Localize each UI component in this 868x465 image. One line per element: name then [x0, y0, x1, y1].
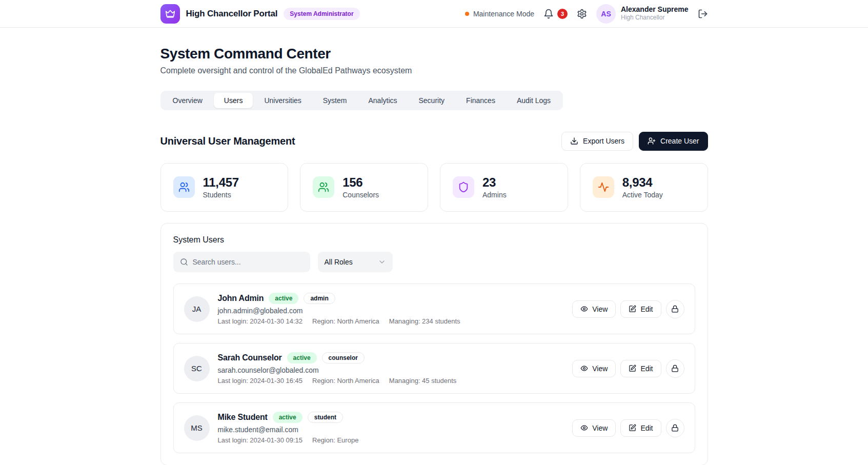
- notification-count-badge: 3: [557, 9, 568, 19]
- role-filter-select[interactable]: All Roles: [318, 252, 393, 272]
- settings-button[interactable]: [577, 9, 587, 19]
- user-list: JA John Admin active admin john.admin@gl…: [173, 284, 695, 453]
- tab-users[interactable]: Users: [214, 93, 253, 108]
- users-icon: [313, 176, 334, 198]
- stat-label: Active Today: [622, 191, 663, 199]
- search-input[interactable]: [193, 258, 304, 266]
- panel-title: System Users: [173, 235, 695, 245]
- eye-icon: [580, 365, 588, 372]
- app-title: High Chancellor Portal: [186, 9, 278, 19]
- user-email: sarah.counselor@globaled.com: [218, 366, 457, 374]
- role-filter-value: All Roles: [325, 258, 353, 266]
- eye-icon: [580, 424, 588, 432]
- shield-icon: [453, 176, 474, 198]
- view-user-button[interactable]: View: [572, 300, 616, 318]
- lock-icon: [671, 305, 679, 313]
- current-user-name: Alexander Supreme: [621, 5, 689, 14]
- lock-user-button[interactable]: [666, 419, 684, 437]
- top-header: High Chancellor Portal System Administra…: [0, 0, 868, 28]
- avatar: JA: [184, 296, 210, 322]
- main-tabbar: Overview Users Universities System Analy…: [160, 91, 563, 110]
- user-search[interactable]: [173, 252, 310, 272]
- view-user-button[interactable]: View: [572, 419, 616, 437]
- page-subtitle: Complete oversight and control of the Gl…: [160, 66, 708, 75]
- edit-user-button[interactable]: Edit: [620, 300, 661, 318]
- edit-label: Edit: [640, 365, 653, 373]
- user-email: mike.student@email.com: [218, 426, 359, 434]
- stat-label: Admins: [482, 191, 507, 199]
- region: Region: North America: [312, 377, 379, 385]
- export-users-button[interactable]: Export Users: [561, 132, 633, 151]
- edit-user-button[interactable]: Edit: [620, 419, 661, 437]
- last-login: Last login: 2024-01-30 16:45: [218, 377, 303, 385]
- logout-icon: [698, 9, 708, 19]
- edit-label: Edit: [640, 305, 653, 313]
- logout-button[interactable]: [698, 9, 708, 19]
- lock-user-button[interactable]: [666, 300, 684, 318]
- search-icon: [180, 258, 188, 266]
- user-name: Sarah Counselor: [218, 353, 282, 362]
- edit-label: Edit: [640, 424, 653, 432]
- role-badge: admin: [304, 293, 335, 304]
- bell-icon: [543, 9, 554, 19]
- status-badge: active: [273, 412, 302, 423]
- maintenance-label: Maintenance Mode: [473, 10, 534, 18]
- current-user-chip[interactable]: AS Alexander Supreme High Chancellor: [596, 4, 689, 24]
- view-user-button[interactable]: View: [572, 360, 616, 377]
- stat-cards: 11,457 Students 156 Counselors 23 Admins: [160, 163, 708, 212]
- current-user-role: High Chancellor: [621, 14, 689, 22]
- stat-value: 23: [482, 176, 507, 189]
- brand: High Chancellor Portal System Administra…: [160, 4, 360, 24]
- stat-card-counselors: 156 Counselors: [300, 163, 428, 212]
- maintenance-mode-indicator: Maintenance Mode: [465, 10, 534, 18]
- edit-icon: [629, 365, 636, 372]
- role-badge: counselor: [322, 352, 365, 363]
- create-user-button[interactable]: Create User: [639, 132, 708, 151]
- role-badge: student: [308, 412, 343, 423]
- managing: Managing: 234 students: [389, 317, 460, 325]
- stat-label: Students: [203, 191, 239, 199]
- avatar: MS: [184, 415, 210, 441]
- tab-overview[interactable]: Overview: [163, 93, 213, 108]
- user-row-sarah-counselor: SC Sarah Counselor active counselor sara…: [173, 343, 695, 394]
- gear-icon: [577, 9, 587, 19]
- user-name: John Admin: [218, 294, 264, 303]
- stat-card-students: 11,457 Students: [160, 163, 289, 212]
- status-badge: active: [269, 293, 298, 304]
- tab-security[interactable]: Security: [409, 93, 455, 108]
- tab-audit-logs[interactable]: Audit Logs: [507, 93, 561, 108]
- region: Region: North America: [312, 317, 379, 325]
- role-badge: System Administrator: [284, 8, 359, 20]
- eye-icon: [580, 305, 588, 313]
- edit-icon: [629, 305, 636, 313]
- avatar: AS: [596, 4, 616, 24]
- region: Region: Europe: [312, 436, 358, 444]
- create-user-label: Create User: [660, 137, 699, 146]
- lock-user-button[interactable]: [666, 359, 684, 378]
- crown-icon: [165, 9, 175, 19]
- avatar: SC: [184, 356, 210, 381]
- tab-analytics[interactable]: Analytics: [358, 93, 407, 108]
- last-login: Last login: 2024-01-30 09:15: [218, 436, 303, 444]
- view-label: View: [592, 365, 608, 373]
- users-icon: [173, 176, 195, 198]
- app-logo: [160, 4, 180, 24]
- tab-finances[interactable]: Finances: [456, 93, 506, 108]
- last-login: Last login: 2024-01-30 14:32: [218, 317, 303, 325]
- stat-label: Counselors: [342, 191, 379, 199]
- notifications-button[interactable]: [543, 9, 554, 19]
- page-title: System Command Center: [160, 46, 708, 62]
- user-plus-icon: [648, 137, 656, 145]
- tab-universities[interactable]: Universities: [254, 93, 311, 108]
- edit-user-button[interactable]: Edit: [620, 360, 661, 377]
- lock-icon: [671, 365, 679, 372]
- status-badge: active: [287, 352, 317, 363]
- section-title: Universal User Management: [160, 135, 295, 147]
- activity-icon: [593, 176, 614, 198]
- tab-system[interactable]: System: [313, 93, 357, 108]
- stat-value: 8,934: [622, 176, 663, 189]
- user-name: Mike Student: [218, 413, 268, 422]
- system-users-panel: System Users All Roles JA: [160, 223, 708, 465]
- export-users-label: Export Users: [583, 137, 624, 146]
- chevron-down-icon: [378, 258, 386, 266]
